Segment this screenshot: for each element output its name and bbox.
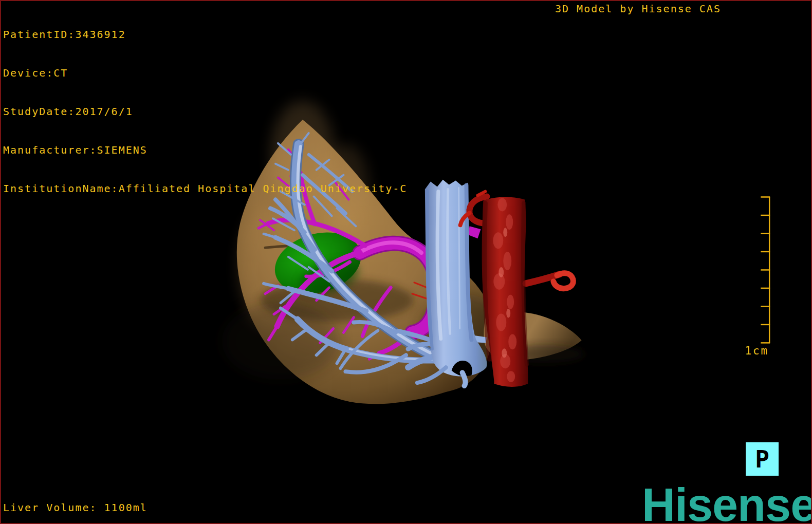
manufacturer-line: Manufacturer:SIEMENS [3,144,407,157]
institution-line: InstitutionName:Affiliated Hospital Qing… [3,182,407,195]
patient-id-line: PatientID:3436912 [3,28,407,41]
orientation-marker-button[interactable]: P [746,442,779,476]
liver-volume-label: Liver Volume: 1100ml [3,501,147,514]
watermark-title: 3D Model by Hisense CAS [555,3,721,15]
study-date-line: StudyDate:2017/6/1 [3,105,407,118]
hisense-logo: Hisense [642,482,812,524]
device-line: Device:CT [3,67,407,80]
scale-bar-label: 1cm [745,345,769,357]
patient-info-overlay: PatientID:3436912 Device:CT StudyDate:20… [3,3,407,221]
viewer-window: 1cm PatientID:3436912 Device:CT StudyDat… [0,0,812,524]
scale-bar-ticks [761,197,770,343]
scale-bar: 1cm [745,197,770,357]
